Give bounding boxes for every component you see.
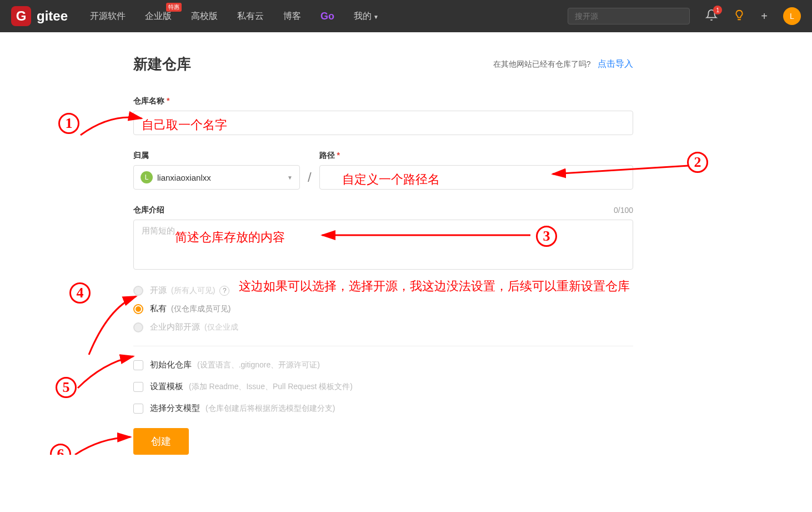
- bell-icon[interactable]: 1: [705, 9, 718, 23]
- anno-visibility-text: 这边如果可以选择，选择开源，我这边没法设置，后续可以重新设置仓库: [239, 277, 650, 295]
- nav-privatecloud[interactable]: 私有云: [237, 11, 264, 22]
- check-template-hint: (添加 Readme、Issue、Pull Request 模板文件): [189, 382, 353, 392]
- anno-circle-2: 2: [687, 152, 708, 173]
- anno-arrow-5: [75, 352, 136, 391]
- anno-circle-6: 6: [50, 444, 71, 455]
- check-init-label: 初始化仓库: [150, 360, 192, 370]
- radio-open-circle: [133, 286, 143, 296]
- anno-circle-4: 4: [69, 282, 91, 304]
- page-title: 新建仓库: [133, 54, 191, 74]
- check-init-hint: (设置语言、.gitignore、开源许可证): [197, 360, 320, 370]
- repo-name-input[interactable]: 自己取一个名字: [133, 111, 633, 135]
- logo[interactable]: G gitee: [11, 6, 68, 26]
- nav-my[interactable]: 我的▼: [354, 11, 379, 22]
- radio-private[interactable]: 私有 (仅仓库成员可见): [133, 304, 633, 314]
- check-branch-hint: (仓库创建后将根据所选模型创建分支): [205, 404, 335, 414]
- check-branch-label: 选择分支模型: [150, 403, 200, 414]
- main-form: 新建仓库 在其他网站已经有仓库了吗? 点击导入 仓库名称 * 自己取一个名字 归…: [128, 54, 639, 455]
- logo-icon: G: [11, 6, 31, 26]
- check-branch[interactable]: 选择分支模型 (仓库创建后将根据所选模型创建分支): [133, 403, 633, 414]
- nav-items: 开源软件 企业版 特惠 高校版 私有云 博客 Go 我的▼: [90, 11, 379, 22]
- radio-private-hint: (仅仓库成员可见): [171, 304, 230, 314]
- anno-circle-5: 5: [56, 377, 77, 398]
- check-template-label: 设置模板: [150, 381, 183, 392]
- repo-name-label: 仓库名称 *: [133, 96, 633, 106]
- plus-icon[interactable]: +: [761, 10, 768, 23]
- checkbox-branch[interactable]: [133, 404, 143, 414]
- caret-icon: ▼: [373, 14, 379, 20]
- anno-circle-1: 1: [58, 113, 79, 134]
- owner-avatar: L: [141, 171, 153, 183]
- bell-badge: 1: [713, 6, 722, 14]
- nav-opensource[interactable]: 开源软件: [90, 11, 126, 22]
- check-template[interactable]: 设置模板 (添加 Readme、Issue、Pull Request 模板文件): [133, 381, 633, 392]
- radio-private-circle: [133, 304, 143, 314]
- intro-textarea[interactable]: 用简短的 简述仓库存放的内容: [133, 220, 633, 270]
- nav-enterprise[interactable]: 企业版 特惠: [145, 11, 172, 22]
- intro-label-row: 仓库介绍 0/100: [133, 205, 633, 215]
- owner-path-row: 归属 L lianxiaoxianlxx ▼ / 路径 * 自定义一个路径名: [133, 151, 633, 190]
- chevron-down-icon: ▼: [287, 175, 293, 181]
- radio-open-hint: (所有人可见): [171, 286, 215, 296]
- import-hint-wrap: 在其他网站已经有仓库了吗? 点击导入: [493, 58, 633, 70]
- checkbox-init[interactable]: [133, 360, 143, 370]
- create-button[interactable]: 创建: [133, 428, 189, 455]
- user-avatar[interactable]: L: [783, 7, 801, 25]
- radio-open-label: 开源: [150, 285, 167, 296]
- search-input[interactable]: [568, 8, 690, 24]
- owner-label: 归属: [133, 151, 300, 161]
- radio-internal-label: 企业内部开源: [150, 322, 200, 332]
- nav-enterprise-badge: 特惠: [166, 3, 182, 12]
- owner-select[interactable]: L lianxiaoxianlxx ▼: [133, 165, 300, 190]
- help-icon[interactable]: ?: [219, 286, 229, 296]
- page-header: 新建仓库 在其他网站已经有仓库了吗? 点击导入: [133, 54, 633, 74]
- intro-label: 仓库介绍: [133, 205, 164, 215]
- nav-education[interactable]: 高校版: [191, 11, 218, 22]
- intro-counter: 0/100: [614, 206, 633, 215]
- path-label: 路径 *: [319, 151, 633, 161]
- radio-internal-hint: (仅企业成: [204, 322, 238, 332]
- path-slash: /: [308, 170, 312, 190]
- divider: [133, 346, 633, 346]
- anno-circle-3: 3: [536, 226, 557, 247]
- anno-arrow-6: [72, 433, 133, 455]
- radio-private-label: 私有: [150, 304, 167, 314]
- logo-text: gitee: [37, 8, 68, 24]
- owner-value: lianxiaoxianlxx: [157, 173, 211, 182]
- nav-my-label: 我的: [354, 11, 372, 21]
- path-input[interactable]: 自定义一个路径名: [319, 165, 633, 190]
- import-hint: 在其他网站已经有仓库了吗?: [493, 59, 591, 68]
- bulb-icon[interactable]: [733, 9, 745, 24]
- check-init[interactable]: 初始化仓库 (设置语言、.gitignore、开源许可证): [133, 360, 633, 370]
- radio-internal-circle: [133, 322, 143, 332]
- import-link[interactable]: 点击导入: [598, 59, 633, 68]
- radio-internal: 企业内部开源 (仅企业成: [133, 322, 633, 332]
- nav-blog[interactable]: 博客: [283, 11, 301, 22]
- nav-enterprise-label: 企业版: [145, 11, 172, 21]
- top-nav: G gitee 开源软件 企业版 特惠 高校版 私有云 博客 Go 我的▼ 1 …: [0, 0, 812, 32]
- nav-right: 1 + L: [568, 7, 801, 25]
- checkbox-template[interactable]: [133, 382, 143, 392]
- nav-go[interactable]: Go: [320, 11, 334, 22]
